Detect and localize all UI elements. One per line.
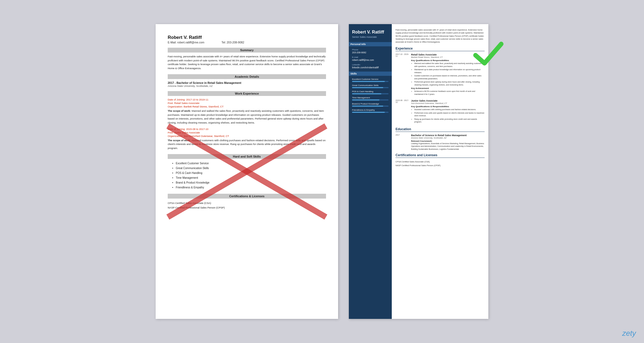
zety-logo: zety (622, 329, 636, 338)
cert-right-1: CPSA Certified Sales Associate (CSA) (396, 160, 485, 164)
tel-value: 203-208-9082 (227, 41, 244, 44)
skill-name-4: Time Management (352, 96, 389, 99)
job2-org: Organization: Sun-Drenched Outerwear, St… (168, 135, 326, 137)
degree: 2017 - Bachelor of Science in Retail Sal… (168, 81, 326, 84)
exp-title-2: Junior Sales Associate (411, 99, 485, 102)
job2-scope-label: The scope of work: (168, 139, 191, 142)
job2-scope: The scope of work: Assisted customers wi… (168, 139, 326, 150)
exp-achievement-text-1: Achieved a 98.5% customer feedback score… (414, 90, 485, 96)
exp-achievement-title-1: Key Achievement (411, 87, 485, 90)
summary-bar: Summary (168, 48, 326, 53)
skill-item-4: Time Management (352, 96, 389, 100)
certs-title: Certifications and Licenses (396, 153, 485, 158)
experience-title: Experience (396, 47, 485, 51)
skill-item-6: Friendliness & Empathy (352, 109, 389, 113)
job1-scope: The scope of work: Manned and walked the… (168, 109, 326, 125)
skill-name-2: Great Communication Skills (352, 84, 389, 87)
skill-bar-bg-1 (352, 81, 389, 82)
exp-entry-1: 2017-10 - 2019-11 Retail Sales Associate… (396, 53, 485, 96)
exp-entry-2: 2015-08 - 2017-10 Junior Sales Associate… (396, 99, 485, 124)
job2-dates: Date of Joining: 2015-08 to 2017-10 (168, 128, 326, 131)
job2-scope-text: Assisted customers with clothing purchas… (168, 139, 325, 150)
skills-list: Excellent Customer Service Great Communi… (168, 161, 326, 190)
email-value: robert.ratliff@me.com (352, 59, 389, 61)
skill-item-5: Brand & Product Knowledge (352, 103, 389, 107)
exp-dates-2: 2015-08 - 2017-10 (396, 99, 409, 124)
skill-1: Excellent Customer Service (176, 161, 326, 166)
job1-dates: Date of Joining: 2017-10 to 2019-11 (168, 98, 326, 101)
skill-item-3: POS & Cash Handling (352, 90, 389, 94)
job1-post: Post: Retail Sales Associate (168, 102, 326, 105)
cert-2: NASP Certified Professional Sales Person… (168, 205, 326, 210)
email-label: E-mail (352, 56, 389, 58)
cert-1: CPSA Certified Sales Associate (CSA) (168, 201, 326, 205)
skill-2: Great Communication Skills (176, 166, 326, 171)
skill-6: Friendliness & Empathy (176, 185, 326, 190)
skill-bar-bg-5 (352, 106, 389, 107)
skill-item-1: Excellent Customer Service (352, 78, 389, 82)
email-value: robert.ratliff@me.com (177, 41, 204, 44)
resume-left: Robert V. Ratliff E-Mail: robert.ratliff… (156, 24, 338, 319)
sidebar-name: Robert V. Ratliff (352, 29, 389, 35)
skills-title: Skills (349, 72, 392, 76)
skill-3: POS & Cash Handling (176, 171, 326, 176)
tel-label: Tel: (222, 41, 226, 44)
linkedin-label: LinkedIn (352, 64, 389, 66)
phone-value: 203-208-9082 (352, 51, 389, 54)
resume-right: Robert V. Ratliff Senior Sales Associate… (349, 24, 488, 319)
academic-bar: Academic Details (168, 74, 326, 79)
exp-achievement-1: Achieved a 98.5% customer feedback score… (411, 90, 485, 96)
exp-bullet-1-4: Performed general store upkeep during st… (414, 81, 485, 86)
exp-kq-2: Key Qualifications & Responsibilities (411, 105, 485, 108)
job1-scope-label: The scope of work: (168, 109, 191, 112)
school: Arizona State University, Scottsdale, AZ (168, 84, 326, 87)
exp-bullet-2-3: Rang up purchases for clients while prom… (414, 118, 485, 124)
phone-label: Phone (352, 49, 389, 51)
coursework-label: Relevant Coursework: (411, 140, 485, 142)
green-check-overlay (472, 38, 504, 70)
left-name: Robert V. Ratliff (168, 35, 326, 40)
skill-bar-bg-2 (352, 87, 389, 88)
skills-bar: Hard and Soft Skills (168, 154, 326, 159)
exp-details-2: Junior Sales Associate Sun-Drenched Oute… (411, 99, 485, 124)
skill-name-5: Brand & Product Knowledge (352, 103, 389, 105)
cert-right-2: NASP Certified Professional Sales Person… (396, 164, 485, 167)
email-label: E-Mail: (168, 41, 177, 44)
skill-name-6: Friendliness & Empathy (352, 109, 389, 111)
job1-scope-text: Manned and walked the sales floor, proac… (168, 109, 324, 124)
intro-text: Fast-moving, personable sales associate … (396, 28, 485, 43)
summary-text: Fast-moving, personable sales associate … (168, 55, 326, 70)
skill-name-1: Excellent Customer Service (352, 78, 389, 80)
coursework-text: Leading Organizations, Essentials of Ser… (411, 142, 485, 151)
exp-bullets-2: Assisted customers with clothing purchas… (411, 108, 485, 124)
job1-org: Organization: Bartlett Retail Stores, St… (168, 105, 326, 108)
job2-post: Post: Junior Sales Associate (168, 131, 326, 134)
exp-bullet-2-2: Performed cross-sells and upsells based … (414, 112, 485, 117)
exp-bullet-2-1: Assisted customers with clothing purchas… (414, 108, 485, 111)
education-entry: 2017 - Bachelor of Science in Retail Sal… (168, 81, 326, 87)
edu-details-1: Bachelor of Science in Retail Sales Mana… (411, 134, 485, 151)
exp-bullet-1-3: Guided customers on purchases based on i… (414, 74, 485, 80)
education-title: Education (396, 127, 485, 132)
sidebar: Robert V. Ratliff Senior Sales Associate… (349, 24, 392, 319)
exp-org-2: Sun-Drenched Outerwear, Stamford, CT (411, 102, 485, 105)
skill-bar-bg-6 (352, 112, 389, 113)
skill-5: Brand & Product Knowledge (176, 180, 326, 185)
edu-entry-1: 2017 Bachelor of Science in Retail Sales… (396, 134, 485, 151)
edu-year-1: 2017 (396, 134, 409, 151)
certs-bar: Certifications & Licenses (168, 194, 326, 199)
page-container: Robert V. Ratliff E-Mail: robert.ratliff… (145, 13, 499, 330)
left-contact: E-Mail: robert.ratliff@me.com Tel: 203-2… (168, 41, 326, 44)
exp-dates-1: 2017-10 - 2019-11 (396, 53, 409, 96)
skill-bar-bg-4 (352, 99, 389, 100)
skill-item-2: Great Communication Skills (352, 84, 389, 88)
skill-bar-bg-3 (352, 93, 389, 94)
skill-name-3: POS & Cash Handling (352, 90, 389, 93)
linkedin-value: linkedin.com/in/robertratliff (352, 66, 389, 69)
edu-school-1: Arizona State University, Scottsdale, AZ (411, 137, 485, 139)
job2: Date of Joining: 2015-08 to 2017-10 Post… (168, 128, 326, 150)
edu-degree-1: Bachelor of Science in Retail Sales Mana… (411, 134, 485, 137)
personal-info-title: Personal Info (349, 42, 392, 46)
sidebar-title: Senior Sales Associate (352, 36, 389, 38)
skill-4: Time Management (176, 176, 326, 180)
